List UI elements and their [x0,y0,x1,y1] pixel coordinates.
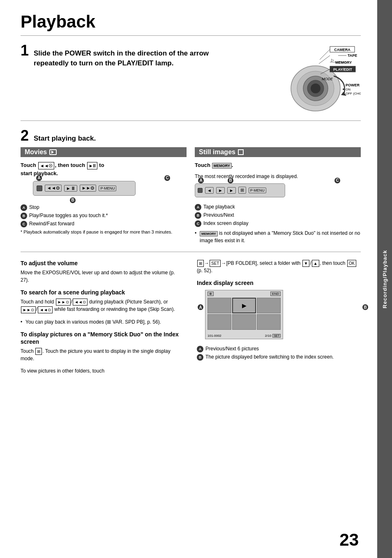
movies-title: Movies [25,148,47,156]
page-nav: 2/10 SET [265,334,281,338]
annotation-a-movies: A Stop [21,204,187,211]
thumb-4 [208,314,231,330]
annotation-c-movies: C Rewind/Fast forward [21,220,187,227]
index-code-text: 101-0002 [208,334,221,338]
svg-text:TAPE: TAPE [348,53,357,58]
label-c-movies: C [164,175,170,181]
step2-number: 2 [21,128,29,143]
annotation-a-index-text: Previous/Next 6 pictures [205,345,259,352]
index-top-bar: ⊕ [208,292,214,296]
still-annotations: A Tape playback B Previous/Next C Index … [195,204,361,227]
annotation-c-text: Rewind/Fast forward [29,220,74,227]
annotation-b-still: B Previous/Next [195,212,361,219]
movies-header: Movies [21,147,187,157]
circle-c: C [21,221,27,227]
movies-btn-strip: ◄◄⊙ ►⏸ ►►⊙ P·MENU [33,181,136,196]
ff-skip-btn: ►►⊙ [21,306,36,313]
circle-b-index: B [197,354,203,361]
label-a-still: A [198,178,204,183]
ff-search-btn: ►►⊙ [56,299,71,306]
side-tab: Recording/Playback [377,0,392,558]
set-index-btn: SET [272,334,281,338]
still-header: Still images [195,147,361,157]
svg-text:POWER: POWER [346,83,360,87]
index-code: 101-0002 [208,334,221,338]
svg-line-8 [320,49,330,60]
zoom-btn: ⊕ [208,292,214,296]
annotation-b-index-text: The picture displayed before switching t… [205,354,334,361]
svg-text:CAMERA: CAMERA [334,48,350,52]
step1-content: 1 Slide the POWER switch in the directio… [21,43,223,72]
annotation-b-still-text: Previous/Next [203,212,234,219]
circle-b-still: B [195,212,201,219]
thumb-6 [257,314,281,330]
side-tab-text: Recording/Playback [382,250,388,308]
page-title: Playback [21,12,361,31]
step1-number: 1 [21,43,29,58]
movies-footnote: * Playback automatically stops if pause … [21,229,187,235]
index-display-btn: ⊞ [35,348,42,355]
rew-search-btn: ◄◄⊙ [73,299,88,306]
label-a-index: A [198,304,203,310]
annotation-b-text: Play/Pause toggles as you touch it.* [29,212,108,219]
label-b-movies: B [70,197,76,203]
svg-text:ON: ON [346,88,350,91]
still-instruction: Touch MEMORY. [195,161,361,169]
play-icon: ▶ [242,302,247,309]
index-display-title: Index display screen [197,279,361,287]
circle-a-still: A [195,204,201,211]
label-b-index: B [362,304,368,310]
stop-btn [37,185,42,191]
svg-line-11 [319,56,330,64]
still-note-text: is not displayed when a "Memory Stick Du… [200,230,360,243]
bottom-right: ⊞→SET→[PB FOLDER], select a folder with … [197,259,361,380]
down-btn: ▼ [302,260,310,267]
up-btn: ▲ [312,260,319,267]
bottom-divider [21,252,361,252]
svg-point-4 [311,83,321,93]
movies-instruction: Touch ◄◄☉, then touch ►II tostart playba… [21,161,187,177]
page-number: 23 [339,530,359,550]
play-pause-btn: ►II [87,162,97,170]
play-strip-btn: ►⏸ [64,185,77,192]
still-btn-strip: ◄ ► ► ⊞ P·MENU [195,183,285,197]
index-screen-area: A B ⊕ END [205,290,361,339]
display-pictures-text: Touch ⊞. Touch the picture you want to d… [21,347,184,362]
circle-b: B [21,213,27,219]
play-still-btn: ► [216,187,225,194]
bottom-sections: To adjust the volume Move the EXPOSURE/V… [21,259,361,380]
next-btn: ► [227,187,236,194]
svg-point-20 [343,88,344,90]
end-btn: END [270,292,281,296]
display-pictures-text2: To view pictures in other folders, touch [21,367,184,375]
memory-note-btn: MEMORY [200,231,218,236]
svg-text:▷: ▷ [331,58,334,62]
still-title: Still images [199,148,235,156]
thumbnails-grid: ▶ [208,298,281,330]
rew-skip-btn: ◄◄⊙ [38,306,53,313]
step2-header: 2 Start playing back. [21,128,361,143]
svg-text:MEMORY: MEMORY [335,60,352,65]
page-count: 2/10 [265,334,272,338]
circle-a-index: A [197,346,203,352]
adjust-volume-title: To adjust the volume [21,259,184,267]
step2-text: Start playing back. [34,134,96,143]
annotation-b-movies: B Play/Pause toggles as you touch it.* [21,212,187,219]
label-c-still: C [334,178,340,183]
annotation-a-text: Stop [29,204,39,211]
ok-btn: OK [347,260,356,267]
pmenu-still-btn: P·MENU [249,188,266,193]
thumb-5 [232,314,256,330]
annotation-a-index: A Previous/Next 6 pictures [197,345,361,352]
index-btn: ⊞ [238,187,246,194]
movies-strip-container: A C ◄◄⊙ ►⏸ ►►⊙ P·MENU [33,181,187,196]
step1-header: 1 Slide the POWER switch in the directio… [21,43,223,68]
still-note: MEMORY is not displayed when a "Memory S… [195,229,361,244]
stop-still-btn [198,188,203,193]
thumb-3 [257,298,281,313]
memory-btn-inline: MEMORY [212,163,232,169]
folder-text: ⊞→SET→[PB FOLDER], select a folder with … [197,259,361,274]
camera-diagram: CAMERA TAPE ▷ MEMORY PLAY/EDIT MODE [270,43,361,117]
step1-text: Slide the POWER switch in the direction … [34,49,223,68]
still-images-column: Still images Touch MEMORY. The most rece… [195,147,361,244]
